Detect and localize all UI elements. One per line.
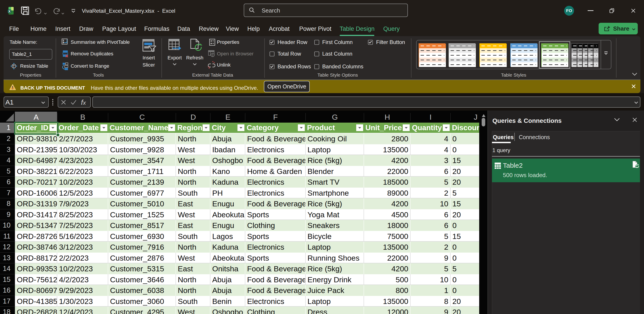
svg-text:X: X	[8, 9, 11, 13]
